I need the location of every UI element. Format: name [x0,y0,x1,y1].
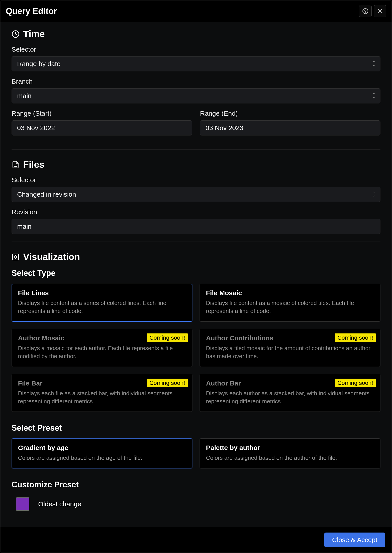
close-button[interactable] [374,5,386,17]
type-card-description: Displays each file as a stacked bar, wit… [18,389,186,406]
modal-title: Query Editor [6,7,57,16]
range-start-input[interactable] [12,120,192,136]
type-card[interactable]: File LinesDisplays file content as a ser… [12,284,192,322]
coming-soon-badge: Coming soon! [147,333,188,342]
revision-field: Revision [12,208,380,234]
header-actions [359,5,386,17]
coming-soon-badge: Coming soon! [147,379,188,387]
svg-rect-7 [13,254,19,260]
swatch-label: Oldest change [38,500,81,508]
customize-preset-heading: Customize Preset [12,480,380,489]
type-card-grid: File LinesDisplays file content as a ser… [12,284,380,412]
preset-card-title: Gradient by age [18,444,186,452]
coming-soon-badge: Coming soon! [335,379,376,387]
files-selector-label: Selector [12,176,380,184]
preset-card-description: Colors are assigned based on the age of … [18,454,186,462]
time-section: Time Selector Range by date ⌃⌄ Branch ma… [12,29,380,142]
file-icon [12,161,20,169]
type-card: File BarDisplays each file as a stacked … [12,374,192,412]
preset-card[interactable]: Palette by authorColors are assigned bas… [200,438,380,468]
type-card-description: Displays file content as a series of col… [18,299,186,315]
type-card: Author BarDisplays each author as a stac… [200,374,380,412]
close-icon [377,8,383,14]
modal-header: Query Editor [0,0,392,22]
files-section: Files Selector Changed in revision ⌃⌄ Re… [12,159,380,234]
type-card-description: Displays file content as a mosaic of col… [206,299,374,315]
preset-card-grid: Gradient by ageColors are assigned based… [12,438,380,468]
time-selector-select[interactable]: Range by date [12,56,380,72]
swatch-row: Oldest change [12,495,380,513]
range-start-field: Range (Start) [12,110,192,136]
close-accept-button[interactable]: Close & Accept [324,532,385,547]
divider [12,242,380,242]
files-selector-field: Selector Changed in revision ⌃⌄ [12,176,380,202]
color-swatch[interactable] [16,497,29,511]
branch-field: Branch main ⌃⌄ [12,78,380,103]
revision-input[interactable] [12,219,380,234]
visualization-heading-text: Visualization [23,251,80,262]
time-selector-field: Selector Range by date ⌃⌄ [12,46,380,72]
query-editor-modal: Query Editor Time Selector Range by date… [0,0,392,553]
range-end-input[interactable] [200,120,380,136]
range-end-label: Range (End) [200,110,380,117]
time-heading: Time [12,29,380,39]
help-icon [362,8,368,14]
preset-card-description: Colors are assigned based on the author … [206,454,374,462]
clock-icon [12,30,20,38]
range-end-field: Range (End) [200,110,380,136]
modal-footer: Close & Accept [0,527,392,553]
select-preset-heading: Select Preset [12,423,380,433]
range-start-label: Range (Start) [12,110,192,117]
coming-soon-badge: Coming soon! [335,333,376,342]
type-card-title: File Lines [18,289,186,297]
files-selector-select[interactable]: Changed in revision [12,187,380,202]
modal-body[interactable]: Time Selector Range by date ⌃⌄ Branch ma… [0,22,392,527]
divider [12,149,380,150]
type-card-description: Displays each author as a stacked bar, w… [206,389,374,406]
preset-card[interactable]: Gradient by ageColors are assigned based… [12,438,192,468]
type-card: Author MosaicDisplays a mosaic for each … [12,329,192,367]
visualization-section: Visualization Select Type File LinesDisp… [12,251,380,513]
time-selector-label: Selector [12,46,380,53]
files-heading: Files [12,159,380,170]
preset-card-title: Palette by author [206,444,374,452]
visualization-heading: Visualization [12,251,380,262]
help-button[interactable] [359,5,371,17]
time-heading-text: Time [23,29,45,39]
type-card-description: Displays a tiled mosaic for the amount o… [206,344,374,360]
files-heading-text: Files [23,159,44,170]
type-card-title: File Mosaic [206,289,374,297]
revision-label: Revision [12,208,380,216]
type-card-description: Displays a mosaic for each author. Each … [18,344,186,360]
swatch-list: Oldest change [12,495,380,513]
type-card[interactable]: File MosaicDisplays file content as a mo… [200,284,380,322]
branch-select[interactable]: main [12,88,380,103]
type-card: Author ContributionsDisplays a tiled mos… [200,329,380,367]
visualization-icon [12,253,20,261]
select-type-heading: Select Type [12,268,380,278]
branch-label: Branch [12,78,380,85]
